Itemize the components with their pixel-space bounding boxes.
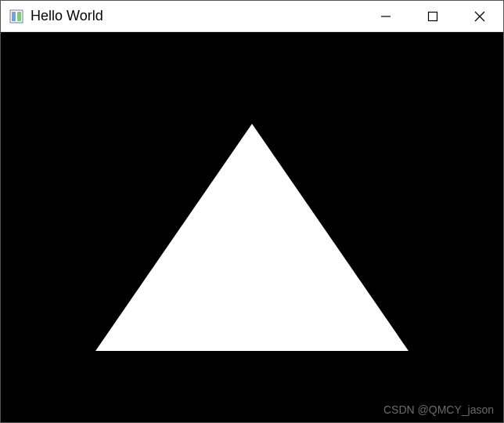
svg-rect-4 [429, 12, 437, 20]
maximize-icon [427, 11, 438, 22]
window-controls [362, 1, 503, 31]
minimize-button[interactable] [362, 1, 409, 31]
app-icon [9, 9, 24, 24]
close-button[interactable] [456, 1, 503, 31]
render-canvas: CSDN @QMCY_jason [1, 32, 503, 422]
titlebar[interactable]: Hello World [1, 1, 503, 32]
application-window: Hello World CSDN @QMCY_jason [0, 0, 504, 423]
window-title: Hello World [31, 8, 103, 24]
svg-rect-1 [12, 12, 16, 21]
minimize-icon [380, 11, 391, 22]
watermark-text: CSDN @QMCY_jason [383, 403, 494, 416]
maximize-button[interactable] [409, 1, 456, 31]
svg-rect-2 [17, 12, 21, 21]
close-icon [474, 11, 485, 22]
triangle-shape [95, 124, 409, 351]
